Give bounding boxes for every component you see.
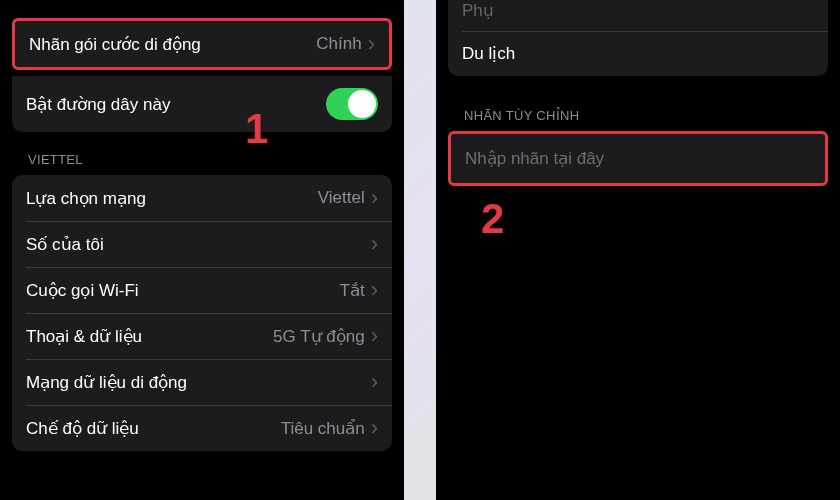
row-label: Số của tôi <box>26 234 104 255</box>
line-toggle-group: Bật đường dây này <box>12 76 392 132</box>
row-value: Tắt <box>340 280 365 301</box>
chevron-right-icon: › <box>368 33 375 55</box>
chevron-right-icon: › <box>371 279 378 301</box>
row-label: Mạng dữ liệu di động <box>26 372 187 393</box>
line-toggle-row[interactable]: Bật đường dây này <box>12 76 392 132</box>
cellular-plan-label: Nhãn gói cước di động <box>29 34 201 55</box>
preset-labels-group: Phụ Du lịch <box>448 0 828 76</box>
row-label: Cuộc gọi Wi-Fi <box>26 280 139 301</box>
section-header-viettel: VIETTEL <box>0 132 404 175</box>
row-label: Du lịch <box>462 43 515 64</box>
annotation-2: 2 <box>481 195 504 243</box>
cellular-plan-group: Nhãn gói cước di động Chính › <box>12 18 392 70</box>
mobile-data-network-row[interactable]: Mạng dữ liệu di động › <box>12 359 392 405</box>
label-row-travel[interactable]: Du lịch <box>448 31 828 76</box>
chevron-right-icon: › <box>371 371 378 393</box>
data-mode-row[interactable]: Chế độ dữ liệu Tiêu chuẩn › <box>12 405 392 451</box>
line-toggle-label: Bật đường dây này <box>26 94 170 115</box>
cellular-plan-value: Chính <box>316 34 361 54</box>
chevron-right-icon: › <box>371 417 378 439</box>
chevron-right-icon: › <box>371 233 378 255</box>
row-value: Viettel <box>318 188 365 208</box>
row-label: Thoại & dữ liệu <box>26 326 142 347</box>
custom-label-input-wrap[interactable]: Nhập nhãn tại đây <box>448 131 828 186</box>
row-label: Phụ <box>462 0 494 21</box>
label-row-secondary-partial[interactable]: Phụ <box>448 0 828 31</box>
custom-label-placeholder: Nhập nhãn tại đây <box>465 149 604 168</box>
row-value: 5G Tự động <box>273 326 365 347</box>
panel-gap <box>404 0 436 500</box>
line-toggle-switch[interactable] <box>326 88 378 120</box>
toggle-knob <box>348 90 376 118</box>
chevron-right-icon: › <box>371 187 378 209</box>
row-label: Lựa chọn mạng <box>26 188 146 209</box>
section-header-custom-label: NHÃN TÙY CHỈNH <box>436 76 840 131</box>
row-label: Chế độ dữ liệu <box>26 418 139 439</box>
label-edit-panel-right: Phụ Du lịch NHÃN TÙY CHỈNH Nhập nhãn tại… <box>436 0 840 500</box>
carrier-settings-group: Lựa chọn mạng Viettel › Số của tôi › Cuộ… <box>12 175 392 451</box>
my-number-row[interactable]: Số của tôi › <box>12 221 392 267</box>
row-value: Tiêu chuẩn <box>281 418 365 439</box>
cellular-plan-value-wrap: Chính › <box>316 33 375 55</box>
wifi-calling-row[interactable]: Cuộc gọi Wi-Fi Tắt › <box>12 267 392 313</box>
network-selection-row[interactable]: Lựa chọn mạng Viettel › <box>12 175 392 221</box>
settings-panel-left: Nhãn gói cước di động Chính › Bật đường … <box>0 0 404 500</box>
chevron-right-icon: › <box>371 325 378 347</box>
cellular-plan-row[interactable]: Nhãn gói cước di động Chính › <box>15 21 389 67</box>
voice-data-row[interactable]: Thoại & dữ liệu 5G Tự động › <box>12 313 392 359</box>
